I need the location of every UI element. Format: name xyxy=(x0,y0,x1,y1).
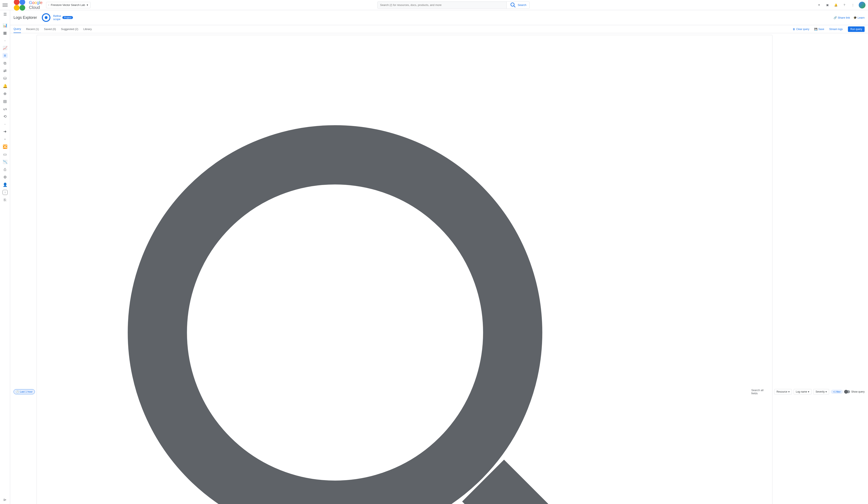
rail-metrics-icon[interactable]: ▦ xyxy=(2,30,8,35)
rail-book-icon[interactable]: ▫ xyxy=(2,136,8,142)
rail-copy-icon[interactable]: ⎘ xyxy=(2,197,8,203)
severity-dropdown[interactable]: Severity ▾ xyxy=(813,389,829,394)
rail-trend-icon[interactable]: 📉 xyxy=(2,160,8,164)
rail-router-icon[interactable]: ⇄ xyxy=(2,68,8,73)
link-icon: 🔗 xyxy=(834,16,837,19)
rail-analytics-icon[interactable]: ⧉ xyxy=(2,61,8,66)
clear-query-button[interactable]: 🗑Clear query xyxy=(793,28,809,31)
search-button[interactable]: Search xyxy=(507,2,529,9)
search-icon xyxy=(39,37,750,504)
rail-pin-icon[interactable]: ☰ xyxy=(2,12,8,17)
rail-db-icon[interactable]: ▭ xyxy=(2,152,8,157)
page-title: Logs Explorer xyxy=(13,16,37,20)
time-range-chip[interactable]: 🕐 Last 1 hour xyxy=(13,389,35,394)
project-picker-icon: ⦂ xyxy=(49,3,49,7)
rail-slo-icon[interactable]: ᔕ xyxy=(2,106,8,111)
rail-uptime-icon[interactable]: ⟲ xyxy=(2,114,8,119)
svg-point-2 xyxy=(14,5,19,11)
notifications-icon[interactable]: 🔔 xyxy=(833,2,838,8)
rail-expand-icon[interactable]: ⊳ xyxy=(2,497,8,502)
rail-settings-icon[interactable]: ⚙ xyxy=(2,175,8,180)
rail-integrations-icon[interactable]: ⦂ xyxy=(2,190,8,195)
scope-badge: Project xyxy=(62,16,73,19)
project-picker[interactable]: ⦂ Firestore Vector Search Lab ▾ xyxy=(46,2,91,8)
svg-line-9 xyxy=(483,481,631,504)
more-icon[interactable]: ⋮ xyxy=(850,2,855,8)
user-avatar[interactable] xyxy=(859,2,866,9)
nav-menu-button[interactable] xyxy=(2,2,8,8)
plus-filter-chip[interactable]: +1 filter xyxy=(831,390,843,394)
refine-scope-button[interactable]: Refine scope Project xyxy=(40,12,73,23)
svg-point-3 xyxy=(19,5,25,11)
time-range-label: Last 1 hour xyxy=(20,390,33,393)
tab-suggested[interactable]: Suggested (2) xyxy=(61,25,78,33)
chevron-down-icon: ▾ xyxy=(87,3,88,7)
svg-line-5 xyxy=(514,6,515,7)
resource-dropdown[interactable]: Resource ▾ xyxy=(774,389,792,394)
rail-logs-icon[interactable]: ≡ xyxy=(2,53,8,58)
run-query-button[interactable]: Run query xyxy=(848,27,865,32)
rail-alert-icon[interactable]: 🔔 xyxy=(2,83,8,89)
top-bar: Google Cloud ⦂ Firestore Vector Search L… xyxy=(0,0,868,10)
search-button-label: Search xyxy=(518,3,526,7)
learn-label: Learn xyxy=(858,16,865,19)
tab-saved[interactable]: Saved (0) xyxy=(44,25,56,33)
rail-export-icon[interactable]: ➜ xyxy=(2,129,8,134)
stream-logs-button[interactable]: Stream logs xyxy=(829,28,843,31)
logname-dropdown[interactable]: Log name ▾ xyxy=(794,389,812,394)
help-icon[interactable]: ? xyxy=(842,2,847,8)
svg-point-4 xyxy=(511,3,514,6)
learn-button[interactable]: 🎓 Learn xyxy=(854,16,865,19)
rail-user-icon[interactable]: 👤 xyxy=(2,182,8,187)
scope-icon xyxy=(40,12,52,23)
chevron-down-icon: ▾ xyxy=(788,390,789,393)
show-query-toggle[interactable]: Show query xyxy=(845,390,865,393)
share-link-button[interactable]: 🔗 Share link xyxy=(834,16,850,19)
rail-storage-icon[interactable]: ⛁ xyxy=(2,76,8,81)
search-fields-input[interactable]: Search all fields xyxy=(37,35,773,504)
toggle-switch[interactable] xyxy=(845,390,850,393)
svg-point-8 xyxy=(157,155,513,504)
gemini-icon[interactable]: ✦ xyxy=(816,2,822,8)
share-link-label: Share link xyxy=(838,16,850,19)
chevron-down-icon: ▾ xyxy=(826,390,827,393)
query-bar: 🕐 Last 1 hour Search all fields Resource… xyxy=(10,33,868,504)
svg-point-7 xyxy=(44,16,48,19)
svg-point-1 xyxy=(19,0,25,5)
rail-server-icon[interactable]: ▤ xyxy=(2,99,8,104)
refine-scope-label: Refine scope xyxy=(53,14,61,21)
tab-query[interactable]: Query xyxy=(13,25,21,33)
trash-icon: 🗑 xyxy=(793,28,795,31)
rail-shuffle-icon[interactable]: 🔀 xyxy=(2,144,8,149)
left-nav-rail: ☰ 📊 ▦ · 📈 ≡ ⧉ ⇄ ⛁ 🔔 ⊕ ▤ ᔕ ⟲ · ➜ ▫ 🔀 ▭ 📉 … xyxy=(0,10,10,504)
project-name: Firestore Vector Search Lab xyxy=(51,3,85,7)
rail-error-icon[interactable]: ⊕ xyxy=(2,91,8,96)
save-query-button[interactable]: 💾Save xyxy=(814,28,824,31)
clock-icon: 🕐 xyxy=(16,390,19,393)
page-header: Logs Explorer Refine scope Project 🔗 Sha… xyxy=(10,10,868,25)
tab-library[interactable]: Library xyxy=(83,25,92,33)
show-query-label: Show query xyxy=(851,390,865,393)
save-icon: 💾 xyxy=(814,28,817,31)
rail-dashboard-icon[interactable]: 📊 xyxy=(2,23,8,28)
tabs-bar: Query Recent (1) Saved (0) Suggested (2)… xyxy=(10,25,868,33)
rail-config-icon[interactable]: ⎙ xyxy=(2,167,8,172)
tab-recent[interactable]: Recent (1) xyxy=(26,25,39,33)
global-search: Search xyxy=(378,1,529,9)
cloud-shell-icon[interactable]: ▣ xyxy=(825,2,830,8)
search-icon xyxy=(510,2,516,9)
svg-point-0 xyxy=(14,0,19,5)
rail-chart-icon[interactable]: 📈 xyxy=(2,45,8,51)
learn-icon: 🎓 xyxy=(854,16,857,19)
fields-placeholder: Search all fields xyxy=(751,389,770,395)
search-input[interactable] xyxy=(378,2,507,9)
chevron-down-icon: ▾ xyxy=(808,390,809,393)
